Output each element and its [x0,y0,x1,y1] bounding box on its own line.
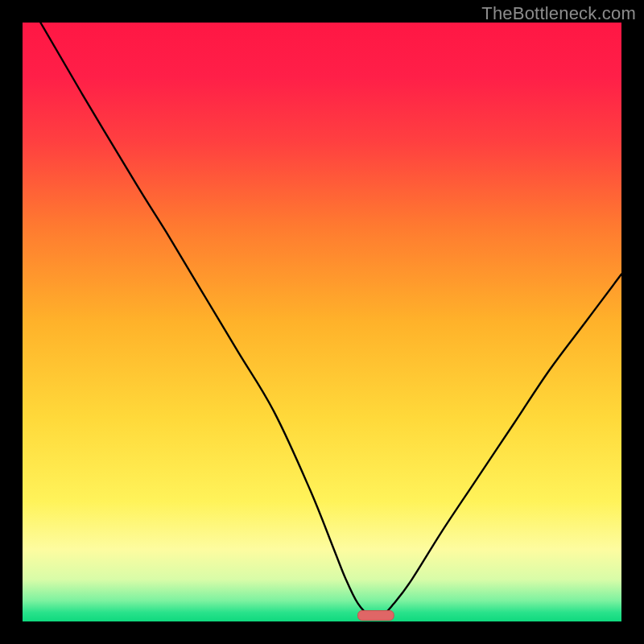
minimum-marker [358,611,394,621]
chart-frame: TheBottleneck.com [0,0,644,644]
chart-svg [23,23,621,621]
plot-area [23,23,621,621]
gradient-background [23,23,621,621]
watermark-text: TheBottleneck.com [481,3,636,24]
